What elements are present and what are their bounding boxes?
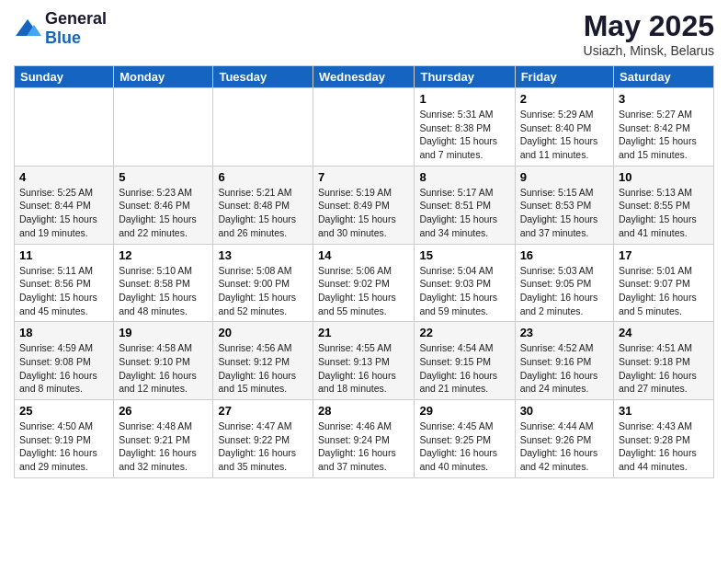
day-number: 28 (318, 404, 409, 418)
calendar-cell (313, 88, 415, 167)
calendar-cell: 28Sunrise: 4:46 AM Sunset: 9:24 PM Dayli… (313, 400, 415, 478)
calendar-cell: 26Sunrise: 4:48 AM Sunset: 9:21 PM Dayli… (114, 400, 213, 478)
day-info: Sunrise: 5:08 AM Sunset: 9:00 PM Dayligh… (218, 264, 308, 318)
calendar-cell: 30Sunrise: 4:44 AM Sunset: 9:26 PM Dayli… (515, 400, 613, 478)
day-number: 22 (419, 326, 509, 339)
col-header-wednesday: Wednesday (313, 66, 415, 88)
week-row-3: 11Sunrise: 5:11 AM Sunset: 8:56 PM Dayli… (15, 244, 714, 322)
calendar-cell: 18Sunrise: 4:59 AM Sunset: 9:08 PM Dayli… (15, 322, 114, 400)
calendar-cell: 15Sunrise: 5:04 AM Sunset: 9:03 PM Dayli… (415, 244, 515, 322)
day-info: Sunrise: 5:06 AM Sunset: 9:02 PM Dayligh… (318, 264, 409, 318)
calendar-cell: 6Sunrise: 5:21 AM Sunset: 8:48 PM Daylig… (213, 166, 313, 244)
day-info: Sunrise: 4:43 AM Sunset: 9:28 PM Dayligh… (619, 419, 709, 474)
day-info: Sunrise: 5:11 AM Sunset: 8:56 PM Dayligh… (19, 264, 108, 318)
col-header-thursday: Thursday (415, 66, 515, 88)
day-number: 2 (520, 92, 609, 106)
day-number: 11 (19, 248, 108, 262)
calendar-cell: 2Sunrise: 5:29 AM Sunset: 8:40 PM Daylig… (515, 88, 613, 167)
day-info: Sunrise: 5:25 AM Sunset: 8:44 PM Dayligh… (19, 186, 108, 240)
day-info: Sunrise: 5:29 AM Sunset: 8:40 PM Dayligh… (520, 108, 609, 162)
col-header-saturday: Saturday (614, 66, 714, 88)
calendar-cell: 20Sunrise: 4:56 AM Sunset: 9:12 PM Dayli… (213, 322, 313, 400)
week-row-2: 4Sunrise: 5:25 AM Sunset: 8:44 PM Daylig… (15, 166, 714, 244)
calendar-cell: 13Sunrise: 5:08 AM Sunset: 9:00 PM Dayli… (213, 244, 313, 322)
day-number: 3 (619, 92, 709, 106)
week-row-4: 18Sunrise: 4:59 AM Sunset: 9:08 PM Dayli… (15, 322, 714, 400)
calendar-cell: 4Sunrise: 5:25 AM Sunset: 8:44 PM Daylig… (15, 166, 114, 244)
calendar: SundayMondayTuesdayWednesdayThursdayFrid… (14, 65, 714, 478)
day-number: 9 (520, 170, 609, 184)
day-info: Sunrise: 5:03 AM Sunset: 9:05 PM Dayligh… (520, 264, 609, 318)
calendar-cell: 12Sunrise: 5:10 AM Sunset: 8:58 PM Dayli… (114, 244, 213, 322)
day-number: 6 (218, 170, 308, 184)
day-info: Sunrise: 4:50 AM Sunset: 9:19 PM Dayligh… (19, 419, 108, 474)
day-number: 1 (419, 92, 509, 106)
col-header-monday: Monday (114, 66, 213, 88)
page-subtitle: Usiazh, Minsk, Belarus (584, 43, 714, 58)
day-number: 7 (318, 170, 409, 184)
calendar-cell: 5Sunrise: 5:23 AM Sunset: 8:46 PM Daylig… (114, 166, 213, 244)
day-number: 26 (119, 404, 208, 418)
day-info: Sunrise: 4:48 AM Sunset: 9:21 PM Dayligh… (119, 419, 208, 474)
day-number: 13 (218, 248, 308, 262)
calendar-cell (114, 88, 213, 167)
calendar-cell: 11Sunrise: 5:11 AM Sunset: 8:56 PM Dayli… (15, 244, 114, 322)
day-info: Sunrise: 5:21 AM Sunset: 8:48 PM Dayligh… (218, 186, 308, 240)
day-info: Sunrise: 4:59 AM Sunset: 9:08 PM Dayligh… (19, 341, 108, 396)
day-info: Sunrise: 4:44 AM Sunset: 9:26 PM Dayligh… (520, 419, 609, 474)
day-info: Sunrise: 4:47 AM Sunset: 9:22 PM Dayligh… (218, 419, 308, 474)
calendar-cell: 1Sunrise: 5:31 AM Sunset: 8:38 PM Daylig… (415, 88, 515, 167)
calendar-cell: 10Sunrise: 5:13 AM Sunset: 8:55 PM Dayli… (614, 166, 714, 244)
calendar-cell: 16Sunrise: 5:03 AM Sunset: 9:05 PM Dayli… (515, 244, 613, 322)
day-info: Sunrise: 4:51 AM Sunset: 9:18 PM Dayligh… (619, 341, 709, 396)
calendar-cell: 3Sunrise: 5:27 AM Sunset: 8:42 PM Daylig… (614, 88, 714, 167)
page-header: General Blue May 2025 Usiazh, Minsk, Bel… (14, 9, 714, 58)
page-title: May 2025 (584, 9, 714, 43)
logo-blue: Blue (45, 29, 107, 48)
day-number: 23 (520, 326, 609, 339)
col-header-friday: Friday (515, 66, 613, 88)
day-number: 30 (520, 404, 609, 418)
day-info: Sunrise: 5:10 AM Sunset: 8:58 PM Dayligh… (119, 264, 208, 318)
day-number: 10 (619, 170, 709, 184)
day-number: 25 (19, 404, 108, 418)
week-row-1: 1Sunrise: 5:31 AM Sunset: 8:38 PM Daylig… (15, 88, 714, 167)
day-number: 14 (318, 248, 409, 262)
calendar-cell: 8Sunrise: 5:17 AM Sunset: 8:51 PM Daylig… (415, 166, 515, 244)
day-number: 31 (619, 404, 709, 418)
day-number: 20 (218, 326, 308, 339)
day-info: Sunrise: 5:23 AM Sunset: 8:46 PM Dayligh… (119, 186, 208, 240)
calendar-cell: 31Sunrise: 4:43 AM Sunset: 9:28 PM Dayli… (614, 400, 714, 478)
calendar-cell: 24Sunrise: 4:51 AM Sunset: 9:18 PM Dayli… (614, 322, 714, 400)
logo-icon (14, 17, 41, 40)
day-number: 12 (119, 248, 208, 262)
calendar-cell (15, 88, 114, 167)
logo-general: General (45, 9, 107, 29)
calendar-cell: 25Sunrise: 4:50 AM Sunset: 9:19 PM Dayli… (15, 400, 114, 478)
day-info: Sunrise: 4:54 AM Sunset: 9:15 PM Dayligh… (419, 341, 509, 396)
day-info: Sunrise: 5:04 AM Sunset: 9:03 PM Dayligh… (419, 264, 509, 318)
calendar-cell: 7Sunrise: 5:19 AM Sunset: 8:49 PM Daylig… (313, 166, 415, 244)
title-block: May 2025 Usiazh, Minsk, Belarus (584, 9, 714, 58)
day-info: Sunrise: 5:31 AM Sunset: 8:38 PM Dayligh… (419, 108, 509, 162)
day-number: 4 (19, 170, 108, 184)
calendar-cell (213, 88, 313, 167)
day-info: Sunrise: 5:17 AM Sunset: 8:51 PM Dayligh… (419, 186, 509, 240)
logo: General Blue (14, 9, 107, 48)
day-number: 24 (619, 326, 709, 339)
calendar-cell: 27Sunrise: 4:47 AM Sunset: 9:22 PM Dayli… (213, 400, 313, 478)
day-info: Sunrise: 5:01 AM Sunset: 9:07 PM Dayligh… (619, 264, 709, 318)
calendar-header-row: SundayMondayTuesdayWednesdayThursdayFrid… (15, 66, 714, 88)
day-number: 21 (318, 326, 409, 339)
day-info: Sunrise: 4:46 AM Sunset: 9:24 PM Dayligh… (318, 419, 409, 474)
day-number: 17 (619, 248, 709, 262)
day-number: 19 (119, 326, 208, 339)
day-number: 5 (119, 170, 208, 184)
day-info: Sunrise: 4:58 AM Sunset: 9:10 PM Dayligh… (119, 341, 208, 396)
calendar-cell: 9Sunrise: 5:15 AM Sunset: 8:53 PM Daylig… (515, 166, 613, 244)
day-number: 29 (419, 404, 509, 418)
day-number: 27 (218, 404, 308, 418)
day-number: 15 (419, 248, 509, 262)
day-info: Sunrise: 5:27 AM Sunset: 8:42 PM Dayligh… (619, 108, 709, 162)
col-header-sunday: Sunday (15, 66, 114, 88)
